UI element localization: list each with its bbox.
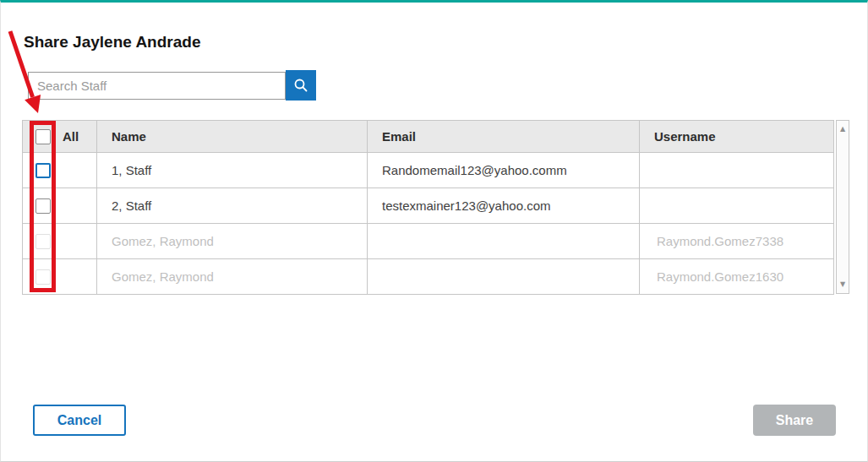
staff-table: All Name Email Username 1, Staff Randome… [22, 120, 834, 295]
cell-email [368, 259, 640, 295]
row-checkbox-disabled [35, 234, 51, 249]
column-header-username: Username [640, 121, 834, 153]
share-dialog: Share Jaylene Andrade All Name Em [0, 0, 868, 462]
select-all-checkbox[interactable] [35, 129, 51, 144]
scroll-up-icon[interactable]: ▲ [837, 125, 849, 133]
cell-name: 1, Staff [97, 153, 368, 188]
search-button[interactable] [286, 70, 316, 101]
cell-name: Gomez, Raymond [97, 224, 368, 259]
search-icon [293, 78, 308, 93]
select-all-label: All [63, 129, 79, 144]
column-header-name: Name [97, 121, 368, 153]
cell-name: 2, Staff [97, 188, 368, 224]
search-input[interactable] [28, 72, 286, 100]
scroll-down-icon[interactable]: ▼ [837, 280, 849, 289]
table-row-disabled: Gomez, Raymond Raymond.Gomez1630 [23, 259, 834, 295]
dialog-title: Share Jaylene Andrade [24, 33, 200, 52]
cell-username [640, 153, 834, 188]
table-row[interactable]: 2, Staff testexmainer123@yahoo.com [23, 188, 834, 224]
share-button[interactable]: Share [753, 405, 836, 436]
cell-username [640, 188, 834, 224]
cell-email [368, 224, 640, 259]
cell-email: testexmainer123@yahoo.com [368, 188, 640, 224]
table-row[interactable]: 1, Staff Randomemail123@yahoo.comm [23, 153, 834, 188]
row-checkbox-disabled [35, 269, 51, 285]
table-header-row: All Name Email Username [23, 121, 834, 153]
row-checkbox[interactable] [35, 163, 51, 178]
cell-name: Gomez, Raymond [97, 259, 368, 295]
cell-username: Raymond.Gomez1630 [640, 259, 834, 295]
table-scrollbar[interactable]: ▲ ▼ [836, 120, 849, 294]
cell-username: Raymond.Gomez7338 [640, 224, 834, 259]
row-checkbox[interactable] [35, 198, 51, 214]
column-header-email: Email [368, 121, 640, 153]
cell-email: Randomemail123@yahoo.comm [368, 153, 640, 188]
table-row-disabled: Gomez, Raymond Raymond.Gomez7338 [23, 224, 834, 259]
cancel-button[interactable]: Cancel [33, 405, 126, 436]
